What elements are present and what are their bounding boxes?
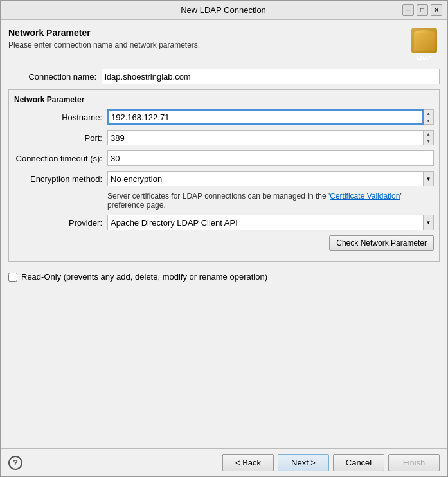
main-content: Network Parameter Please enter connectio…: [1, 20, 447, 282]
title-bar-controls: ─ □ ✕: [402, 4, 442, 16]
hostname-input[interactable]: [107, 109, 424, 125]
encryption-select-group: No encryption Use SSL encryption (ldaps:…: [107, 171, 434, 186]
hostname-spin: ▲ ▼: [424, 109, 434, 125]
cylinder-icon: [414, 30, 435, 51]
readonly-row: Read-Only (prevents any add, delete, mod…: [8, 272, 440, 282]
network-param-legend: Network Parameter: [14, 95, 434, 104]
readonly-label: Read-Only (prevents any add, delete, mod…: [21, 272, 267, 282]
hostname-spin-up[interactable]: ▲: [424, 110, 433, 117]
encryption-select[interactable]: No encryption Use SSL encryption (ldaps:…: [107, 171, 424, 186]
title-bar: New LDAP Connection ─ □ ✕: [1, 1, 447, 20]
timeout-input[interactable]: [107, 150, 434, 166]
hostname-input-group: ▲ ▼: [107, 109, 434, 125]
finish-button[interactable]: Finish: [388, 454, 440, 471]
port-row: Port: ▲ ▼: [14, 130, 434, 145]
port-spin-down[interactable]: ▼: [424, 138, 433, 145]
port-spin-up[interactable]: ▲: [424, 130, 433, 138]
minimize-button[interactable]: ─: [402, 4, 414, 16]
connection-name-row: Connection name:: [8, 69, 440, 84]
cert-note: Server certificates for LDAP connections…: [107, 192, 434, 210]
timeout-label: Connection timeout (s):: [14, 154, 107, 163]
section-description: Please enter connection name and network…: [8, 40, 200, 50]
port-input[interactable]: [107, 130, 424, 145]
port-label: Port:: [14, 133, 107, 143]
readonly-checkbox[interactable]: [8, 273, 17, 282]
header-text: Network Parameter Please enter connectio…: [8, 28, 200, 50]
port-spin: ▲ ▼: [424, 130, 434, 145]
connection-name-input[interactable]: [102, 69, 440, 84]
hostname-row: Hostname: ▲ ▼: [14, 109, 434, 125]
ldap-icon-label: LDAP: [417, 55, 433, 61]
close-button[interactable]: ✕: [431, 4, 442, 16]
next-button[interactable]: Next >: [278, 454, 329, 471]
footer-left: ?: [8, 456, 22, 470]
footer: ? < Back Next > Cancel Finish: [1, 448, 447, 476]
timeout-row: Connection timeout (s):: [14, 150, 434, 166]
check-network-button[interactable]: Check Network Parameter: [329, 235, 434, 251]
header-section: Network Parameter Please enter connectio…: [8, 28, 440, 61]
provider-row: Provider: Apache Directory LDAP Client A…: [14, 215, 434, 230]
cancel-button[interactable]: Cancel: [333, 454, 384, 471]
cylinder-body: [414, 33, 435, 51]
back-button[interactable]: < Back: [222, 454, 274, 471]
section-title: Network Parameter: [8, 28, 200, 38]
encryption-row: Encryption method: No encryption Use SSL…: [14, 171, 434, 186]
ldap-icon-image: [411, 28, 437, 53]
footer-right: < Back Next > Cancel Finish: [222, 454, 440, 471]
help-button[interactable]: ?: [8, 456, 22, 470]
network-param-group: Network Parameter Hostname: ▲ ▼ Port:: [8, 89, 440, 262]
window-title: New LDAP Connection: [44, 5, 402, 15]
provider-select-arrow: ▼: [424, 215, 434, 230]
window: New LDAP Connection ─ □ ✕ Network Parame…: [0, 0, 448, 477]
port-input-group: ▲ ▼: [107, 130, 434, 145]
encryption-label: Encryption method:: [14, 174, 107, 184]
spacer: [1, 282, 447, 448]
cert-note-before: Server certificates for LDAP connections…: [107, 192, 327, 201]
hostname-label: Hostname:: [14, 113, 107, 122]
encryption-select-arrow: ▼: [424, 171, 434, 186]
provider-select-group: Apache Directory LDAP Client API ▼: [107, 215, 434, 230]
connection-name-label: Connection name:: [8, 72, 102, 82]
restore-button[interactable]: □: [417, 4, 428, 16]
check-btn-row: Check Network Parameter: [14, 235, 434, 251]
cert-validation-link[interactable]: Certificate Validation: [330, 192, 400, 201]
provider-label: Provider:: [14, 218, 107, 228]
hostname-spin-down[interactable]: ▼: [424, 117, 433, 124]
ldap-icon: LDAP: [409, 28, 440, 61]
provider-select[interactable]: Apache Directory LDAP Client API: [107, 215, 424, 230]
